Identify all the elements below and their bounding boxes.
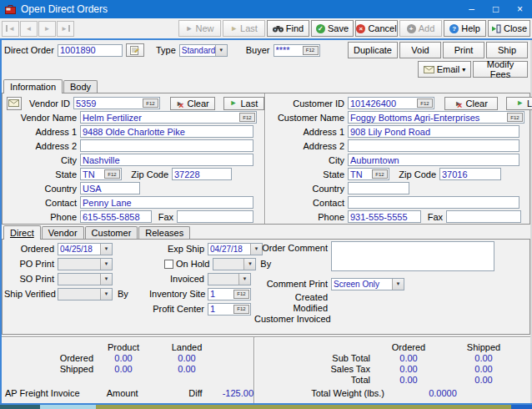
strip-segment xyxy=(96,405,511,409)
nav-last-button[interactable]: ► xyxy=(57,21,74,37)
customer-state-lookup-button[interactable]: F12 xyxy=(372,169,388,179)
customer-last-button[interactable]: ►Last xyxy=(506,97,532,110)
ship-verified-combo[interactable]: ▼ xyxy=(58,288,113,300)
comment-print-combo[interactable]: Screen Only▼ xyxy=(331,278,404,290)
minimize-button[interactable]: – xyxy=(459,0,484,18)
comment-print-value: Screen Only xyxy=(332,279,392,290)
customer-invoiced-label: Customer Invoiced xyxy=(254,314,331,324)
order-note-button[interactable] xyxy=(126,43,144,57)
ship-button[interactable]: Ship xyxy=(486,42,528,58)
customer-clear-button[interactable]: ►×Clear xyxy=(444,97,498,110)
vendor-city-input[interactable] xyxy=(80,154,253,166)
vendor-mail-button[interactable] xyxy=(7,97,22,110)
vendor-country-input[interactable] xyxy=(80,182,140,194)
close-form-button[interactable]: Close xyxy=(488,20,530,37)
total-weight-label: Total Weight (lbs.) xyxy=(255,388,384,398)
vendor-zip-input[interactable] xyxy=(172,168,232,180)
vendor-state-label: State xyxy=(7,169,80,179)
customer-fax-input[interactable] xyxy=(446,210,521,223)
tab-direct[interactable]: Direct xyxy=(3,225,41,240)
po-print-value xyxy=(58,259,100,270)
customer-phone-input[interactable] xyxy=(348,210,421,223)
direct-order-label: Direct Order xyxy=(4,45,54,55)
find-button[interactable]: Find xyxy=(267,20,309,37)
find-label: Find xyxy=(286,23,304,33)
diff-label: Diff xyxy=(188,388,202,398)
customer-address2-input[interactable] xyxy=(348,139,519,152)
strip-segment xyxy=(511,405,532,409)
vendor-name-input[interactable] xyxy=(81,112,239,123)
vendor-fax-input[interactable] xyxy=(177,210,253,223)
order-comment-textarea[interactable] xyxy=(331,241,494,271)
vendor-address1-input[interactable] xyxy=(80,125,253,138)
print-button[interactable]: Print xyxy=(443,42,484,58)
invoiced-combo[interactable]: ▼ xyxy=(208,273,251,285)
customer-zip-input[interactable] xyxy=(439,168,501,180)
add-button[interactable]: +Add xyxy=(399,20,442,37)
inventory-site-input[interactable] xyxy=(208,289,233,300)
tab-vendor[interactable]: Vendor xyxy=(42,226,84,239)
tab-information[interactable]: Information xyxy=(3,79,63,93)
on-hold-combo[interactable]: ▼ xyxy=(213,258,256,270)
po-print-combo[interactable]: ▼ xyxy=(58,258,113,270)
maximize-button[interactable]: □ xyxy=(484,0,508,18)
customer-id-input[interactable] xyxy=(349,98,417,109)
direct-order-input[interactable] xyxy=(58,44,123,57)
cancel-x-icon: × xyxy=(356,24,365,33)
vendor-state-input[interactable] xyxy=(81,169,104,179)
nav-first-button[interactable]: ◄ xyxy=(2,21,19,37)
customer-name-lookup-button[interactable]: F12 xyxy=(507,113,523,122)
profit-center-input[interactable] xyxy=(208,304,233,315)
inventory-site-lookup-button[interactable]: F12 xyxy=(233,290,249,299)
customer-country-input[interactable] xyxy=(348,182,409,194)
last-record-button[interactable]: ►Last xyxy=(223,20,265,37)
customer-address1-input[interactable] xyxy=(348,125,519,138)
vendor-phone-input[interactable] xyxy=(80,210,152,223)
tab-body[interactable]: Body xyxy=(63,80,98,93)
vendor-last-button[interactable]: ►Last xyxy=(223,97,264,110)
buyer-input[interactable] xyxy=(274,45,303,56)
buyer-field: F12 xyxy=(274,44,320,57)
modify-fees-button[interactable]: Modify Fees xyxy=(473,61,528,78)
vendor-name-lookup-button[interactable]: F12 xyxy=(239,113,255,122)
window-close-button[interactable]: × xyxy=(508,0,532,18)
vendor-id-input[interactable] xyxy=(74,98,143,109)
help-button[interactable]: ?Help xyxy=(444,20,486,37)
duplicate-button[interactable]: Duplicate xyxy=(348,42,398,58)
tab-customer[interactable]: Customer xyxy=(85,226,138,239)
buyer-lookup-button[interactable]: F12 xyxy=(303,46,319,55)
email-button[interactable]: Email ▾ xyxy=(418,61,471,78)
profit-center-lookup-button[interactable]: F12 xyxy=(233,305,249,314)
save-button[interactable]: ✓Save xyxy=(311,20,354,37)
vendor-address2-input[interactable] xyxy=(80,139,253,152)
landed-column-header: Landed xyxy=(153,342,220,352)
so-print-combo[interactable]: ▼ xyxy=(58,273,113,285)
nav-next-button[interactable]: ► xyxy=(38,21,56,37)
ordered-date-combo[interactable]: 04/25/18▼ xyxy=(58,243,113,255)
clear-icon: ►× xyxy=(176,98,183,109)
customer-id-label: Customer ID xyxy=(271,98,348,109)
vendor-contact-input[interactable] xyxy=(80,196,253,209)
tab-releases[interactable]: Releases xyxy=(138,226,190,239)
nav-bar-icon xyxy=(6,25,8,32)
nav-bar-icon xyxy=(68,25,70,32)
exp-ship-label: Exp Ship xyxy=(149,244,208,254)
void-button[interactable]: Void xyxy=(399,42,441,58)
type-select[interactable]: Standard▼ xyxy=(179,44,228,57)
customer-state-input[interactable] xyxy=(349,169,372,179)
clear-icon: ►× xyxy=(454,98,462,109)
new-button[interactable]: ►New xyxy=(178,20,221,37)
cancel-button[interactable]: ×Cancel xyxy=(355,20,398,37)
product-column-header: Product xyxy=(93,342,153,352)
customer-id-lookup-button[interactable]: F12 xyxy=(417,98,433,108)
customer-contact-input[interactable] xyxy=(348,196,519,209)
vendor-state-lookup-button[interactable]: F12 xyxy=(104,169,120,179)
shipped-row-label: Shipped xyxy=(2,364,93,374)
vendor-clear-button[interactable]: ►×Clear xyxy=(170,97,215,110)
nav-prev-button[interactable]: ◄ xyxy=(20,21,38,37)
on-hold-checkbox[interactable] xyxy=(164,260,173,269)
customer-name-input[interactable] xyxy=(349,112,507,123)
customer-phone-label: Phone xyxy=(271,212,348,222)
vendor-id-lookup-button[interactable]: F12 xyxy=(143,98,158,108)
customer-city-input[interactable] xyxy=(348,154,519,166)
